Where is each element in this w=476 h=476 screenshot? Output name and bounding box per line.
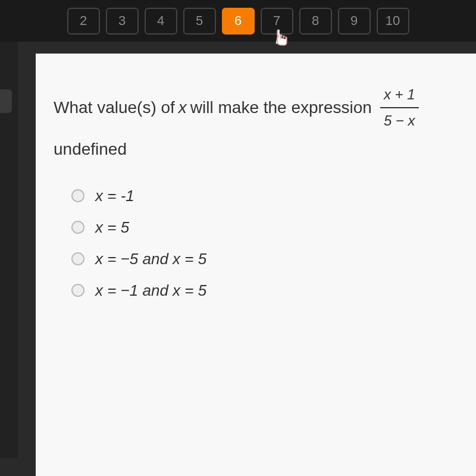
option-d-label: x = −1 and x = 5 bbox=[95, 281, 206, 300]
nav-item-6[interactable]: 6 bbox=[222, 8, 255, 35]
option-a-label: x = -1 bbox=[95, 187, 134, 205]
option-b[interactable]: x = 5 bbox=[71, 218, 452, 237]
nav-item-7[interactable]: 7 bbox=[261, 8, 293, 35]
expression-fraction: x + 1 5 − x bbox=[380, 83, 419, 133]
question-text: What value(s) of x will make the express… bbox=[54, 83, 452, 163]
nav-item-5[interactable]: 5 bbox=[183, 8, 216, 35]
left-accent bbox=[0, 89, 12, 113]
nav-item-9[interactable]: 9 bbox=[338, 8, 371, 35]
nav-item-10[interactable]: 10 bbox=[377, 8, 409, 35]
fraction-numerator: x + 1 bbox=[380, 83, 419, 108]
fraction-denominator: 5 − x bbox=[380, 108, 419, 132]
question-prefix: What value(s) of bbox=[54, 95, 175, 121]
option-c[interactable]: x = −5 and x = 5 bbox=[71, 250, 452, 268]
nav-item-4[interactable]: 4 bbox=[145, 8, 177, 35]
radio-icon bbox=[71, 189, 84, 202]
nav-item-2[interactable]: 2 bbox=[67, 8, 100, 35]
answer-options: x = -1 x = 5 x = −5 and x = 5 x = −1 and… bbox=[71, 187, 452, 300]
radio-icon bbox=[71, 221, 84, 234]
radio-icon bbox=[71, 252, 84, 265]
question-navigation: 2 3 4 5 6 7 8 9 10 bbox=[0, 0, 476, 42]
question-suffix: undefined bbox=[54, 136, 127, 163]
nav-item-3[interactable]: 3 bbox=[106, 8, 139, 35]
option-d[interactable]: x = −1 and x = 5 bbox=[71, 281, 452, 300]
question-variable: x bbox=[178, 95, 187, 121]
option-b-label: x = 5 bbox=[95, 218, 129, 237]
question-middle: will make the expression bbox=[190, 95, 372, 121]
option-c-label: x = −5 and x = 5 bbox=[95, 250, 206, 268]
option-a[interactable]: x = -1 bbox=[71, 187, 452, 205]
question-panel: What value(s) of x will make the express… bbox=[36, 54, 476, 476]
radio-icon bbox=[71, 284, 84, 297]
nav-item-8[interactable]: 8 bbox=[299, 8, 332, 35]
